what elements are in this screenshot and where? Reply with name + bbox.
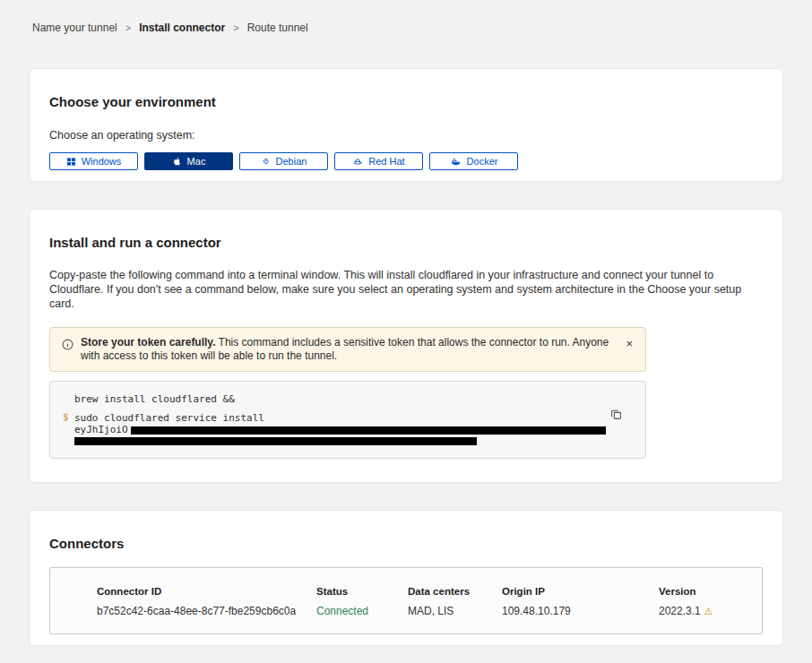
os-button-label: Debian <box>276 156 307 167</box>
install-card: Install and run a connector Copy-paste t… <box>29 209 783 483</box>
code-line-token: eyJhIjoiO <box>74 425 618 435</box>
close-icon[interactable]: × <box>624 336 635 351</box>
col-header-data-centers: Data centers <box>408 586 502 597</box>
apple-icon <box>172 156 182 167</box>
connector-id-value: b7c52c42-6caa-48ee-8c77-fbe259cb6c0a <box>97 605 316 617</box>
install-card-title: Install and run a connector <box>49 210 763 250</box>
os-button-label: Windows <box>82 156 122 167</box>
os-button-mac[interactable]: Mac <box>144 152 233 170</box>
token-warning-bold: Store your token carefully. <box>81 336 216 349</box>
breadcrumb: Name your tunnel > Install connector > R… <box>0 0 812 34</box>
redacted-token-bar <box>131 426 606 435</box>
code-line-2: sudo cloudflared service install <box>74 411 618 425</box>
code-lines: brew install cloudflared && sudo cloudfl… <box>74 392 618 445</box>
breadcrumb-separator: > <box>233 22 238 33</box>
shell-prompt: $ <box>63 411 69 423</box>
col-header-status: Status <box>316 586 408 597</box>
environment-card: Choose your environment Choose an operat… <box>29 68 783 182</box>
connectors-card: Connectors Connector ID Status Data cent… <box>29 510 783 646</box>
table-row: b7c52c42-6caa-48ee-8c77-fbe259cb6c0a Con… <box>50 605 762 617</box>
origin-ip-value: 109.48.10.179 <box>502 605 659 617</box>
os-button-label: Mac <box>187 156 206 167</box>
breadcrumb-step-route-tunnel[interactable]: Route tunnel <box>247 22 308 34</box>
status-badge: Connected <box>316 605 408 617</box>
os-button-redhat[interactable]: Red Hat <box>334 152 423 170</box>
breadcrumb-step-name-your-tunnel[interactable]: Name your tunnel <box>32 22 117 34</box>
connectors-card-title: Connectors <box>49 511 763 551</box>
os-button-label: Docker <box>467 156 498 167</box>
breadcrumb-step-install-connector[interactable]: Install connector <box>139 22 225 34</box>
token-prefix: eyJhIjoiO <box>74 425 128 435</box>
col-header-origin-ip: Origin IP <box>502 586 659 597</box>
os-button-docker[interactable]: Docker <box>429 152 518 170</box>
col-header-version: Version <box>659 586 762 597</box>
version-value: 2022.3.1 ⚠ <box>659 605 762 617</box>
os-button-debian[interactable]: Debian <box>239 152 328 170</box>
col-header-connector-id: Connector ID <box>97 586 316 597</box>
token-warning-text: Store your token carefully. This command… <box>81 336 624 363</box>
os-button-label: Red Hat <box>368 156 404 167</box>
connectors-table: Connector ID Status Data centers Origin … <box>49 567 763 634</box>
install-command-codeblock: $ brew install cloudflared && sudo cloud… <box>49 381 646 459</box>
docker-icon <box>450 157 462 167</box>
debian-icon <box>261 157 271 167</box>
breadcrumb-separator: > <box>125 22 131 33</box>
copy-icon[interactable] <box>609 407 624 425</box>
windows-icon <box>66 157 76 167</box>
os-button-windows[interactable]: Windows <box>49 152 138 170</box>
token-warning-banner: Store your token carefully. This command… <box>49 327 646 372</box>
os-button-group: Windows Mac Debian <box>49 152 763 170</box>
redacted-token-bar <box>74 437 477 445</box>
os-select-label: Choose an operating system: <box>49 129 763 142</box>
info-icon <box>62 338 73 354</box>
connectors-table-header: Connector ID Status Data centers Origin … <box>50 586 762 597</box>
data-centers-value: MAD, LIS <box>408 605 502 617</box>
version-number: 2022.3.1 <box>659 605 701 617</box>
install-description: Copy-paste the following command into a … <box>49 268 763 311</box>
warning-triangle-icon: ⚠ <box>704 606 713 617</box>
code-line-1: brew install cloudflared && <box>74 392 618 406</box>
redhat-icon <box>352 157 363 167</box>
environment-card-title: Choose your environment <box>49 69 763 109</box>
